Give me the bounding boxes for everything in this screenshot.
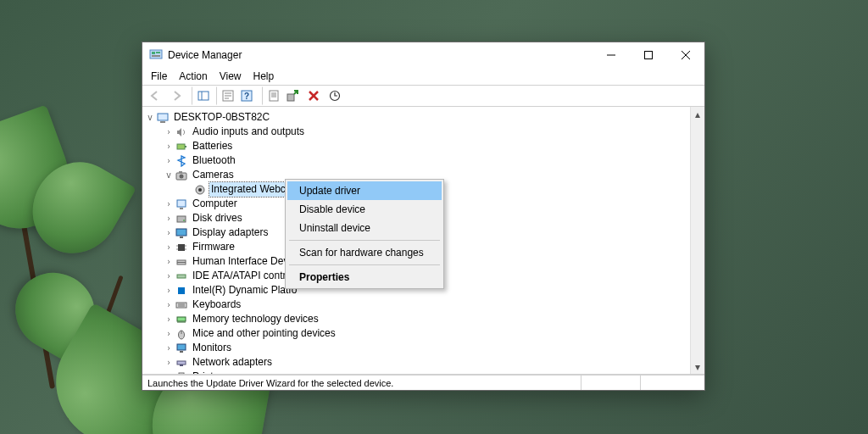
expand-icon[interactable]: › xyxy=(163,139,175,153)
expand-icon[interactable]: › xyxy=(163,370,175,374)
svg-rect-35 xyxy=(177,216,186,222)
expand-icon[interactable]: › xyxy=(163,326,175,341)
expand-icon[interactable]: › xyxy=(163,298,175,312)
svg-rect-55 xyxy=(177,344,186,350)
tree-item[interactable]: ›Audio inputs and outputs xyxy=(144,125,688,139)
svg-rect-51 xyxy=(177,317,186,321)
svg-text:?: ? xyxy=(244,92,249,101)
expand-icon[interactable]: › xyxy=(163,312,175,326)
collapse-icon[interactable]: v xyxy=(163,168,175,182)
svg-rect-48 xyxy=(176,303,186,308)
minimize-button[interactable] xyxy=(593,42,630,68)
expand-icon[interactable]: › xyxy=(163,197,175,211)
ctx-update-driver[interactable]: Update driver xyxy=(287,181,442,200)
svg-rect-8 xyxy=(198,92,209,100)
keyboard-icon xyxy=(175,298,188,312)
forward-button[interactable] xyxy=(167,86,186,105)
ide-icon xyxy=(175,270,188,283)
svg-rect-2 xyxy=(156,52,160,53)
expand-icon[interactable]: › xyxy=(163,240,175,254)
svg-point-32 xyxy=(198,188,202,192)
help-button[interactable]: ? xyxy=(237,86,256,105)
audio-icon xyxy=(175,125,188,139)
tree-item[interactable]: ›Mice and other pointing devices xyxy=(144,326,688,341)
toolbar: ? xyxy=(142,85,704,107)
svg-rect-25 xyxy=(160,121,165,123)
mouse-icon xyxy=(175,327,188,341)
svg-rect-60 xyxy=(179,373,184,375)
svg-rect-34 xyxy=(180,208,183,209)
expand-icon[interactable]: › xyxy=(163,125,175,139)
monitor-icon xyxy=(175,342,188,355)
show-hide-tree-button[interactable] xyxy=(192,86,210,105)
tree-item[interactable]: ›Bluetooth xyxy=(144,153,688,168)
menu-action[interactable]: Action xyxy=(174,69,212,84)
svg-rect-57 xyxy=(177,361,186,364)
tree-root[interactable]: v DESKTOP-0BST82C xyxy=(144,110,688,125)
computer-icon xyxy=(156,111,170,125)
menu-help[interactable]: Help xyxy=(248,69,280,84)
ctx-disable-device[interactable]: Disable device xyxy=(287,200,442,219)
tree-item[interactable]: ›Print queues xyxy=(144,370,688,374)
expand-icon[interactable]: › xyxy=(163,225,175,240)
context-menu: Update driver Disable device Uninstall d… xyxy=(285,179,444,289)
battery-icon xyxy=(175,140,188,153)
menu-file[interactable]: File xyxy=(146,69,172,84)
expand-icon[interactable]: › xyxy=(163,254,175,269)
expand-icon[interactable]: › xyxy=(163,269,175,283)
camera-icon xyxy=(175,169,188,182)
ctx-uninstall-device[interactable]: Uninstall device xyxy=(287,219,442,237)
menu-view[interactable]: View xyxy=(214,69,247,84)
scroll-down-button[interactable]: ▾ xyxy=(691,359,704,374)
scroll-up-button[interactable]: ▴ xyxy=(691,107,704,121)
svg-rect-5 xyxy=(645,52,653,59)
scan-hardware-button[interactable] xyxy=(326,86,344,105)
properties-button[interactable] xyxy=(262,86,281,105)
computer-icon xyxy=(175,198,188,211)
ctx-scan-hardware[interactable]: Scan for hardware changes xyxy=(287,243,442,262)
vertical-scrollbar[interactable]: ▴ ▾ xyxy=(690,107,704,374)
help-topics-button[interactable] xyxy=(216,86,235,105)
tree-item[interactable]: ›Monitors xyxy=(144,341,688,355)
expand-icon[interactable]: › xyxy=(163,355,175,370)
svg-rect-33 xyxy=(177,200,186,207)
svg-rect-47 xyxy=(178,287,185,294)
update-driver-button[interactable] xyxy=(283,86,302,105)
svg-rect-3 xyxy=(152,55,160,57)
back-button[interactable] xyxy=(146,86,164,105)
tree-item[interactable]: ›Network adapters xyxy=(144,355,688,370)
svg-rect-38 xyxy=(180,236,183,238)
network-icon xyxy=(175,356,188,370)
camera-icon xyxy=(193,183,207,197)
memory-icon xyxy=(175,313,188,326)
svg-rect-37 xyxy=(176,229,186,236)
svg-rect-58 xyxy=(180,364,183,366)
menubar: File Action View Help xyxy=(142,68,704,85)
tree-item[interactable]: ›Memory technology devices xyxy=(144,312,688,326)
collapse-icon[interactable]: v xyxy=(144,110,156,125)
tree-item[interactable]: ›Keyboards xyxy=(144,298,688,312)
ctx-separator xyxy=(289,240,440,241)
svg-rect-1 xyxy=(152,52,155,54)
uninstall-button[interactable] xyxy=(304,86,323,105)
maximize-button[interactable] xyxy=(630,42,667,68)
expand-icon[interactable]: › xyxy=(163,283,175,298)
svg-rect-30 xyxy=(179,171,182,173)
window-title: Device Manager xyxy=(168,49,242,61)
hid-icon xyxy=(175,255,188,269)
ctx-properties[interactable]: Properties xyxy=(287,268,442,287)
display-icon xyxy=(175,226,188,240)
close-button[interactable] xyxy=(667,42,704,68)
expand-icon[interactable]: › xyxy=(163,153,175,168)
expand-icon[interactable]: › xyxy=(163,341,175,355)
printer-icon xyxy=(175,370,188,375)
titlebar[interactable]: Device Manager xyxy=(142,42,704,68)
ctx-separator xyxy=(289,264,440,265)
svg-rect-24 xyxy=(158,114,168,120)
svg-rect-56 xyxy=(180,351,183,353)
svg-point-36 xyxy=(183,220,185,221)
tree-item[interactable]: ›Batteries xyxy=(144,139,688,153)
status-text: Launches the Update Driver Wizard for th… xyxy=(147,378,393,388)
svg-rect-27 xyxy=(185,146,186,147)
expand-icon[interactable]: › xyxy=(163,211,175,225)
